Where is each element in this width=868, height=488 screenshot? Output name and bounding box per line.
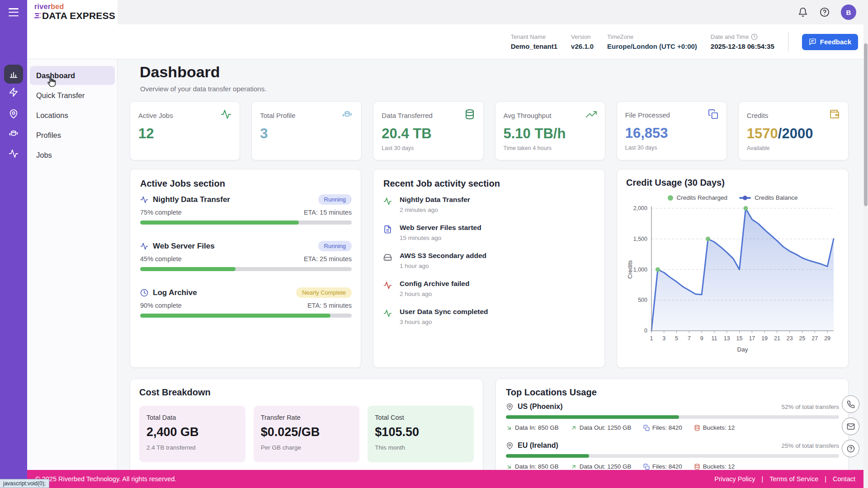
bar-chart-icon — [9, 69, 19, 79]
menu-icon[interactable] — [9, 8, 19, 16]
bucket-icon — [694, 464, 700, 470]
arrow-up-right-icon — [571, 464, 577, 470]
rail-quick-transfer-icon[interactable] — [4, 83, 23, 102]
stat-card-avg-throughput: Avg Throughput 5.10 TB/h Time taken 4 ho… — [495, 101, 605, 160]
icon-rail — [0, 0, 27, 488]
job-row-web-server-files: Web Server Files Running 45% completeETA… — [140, 241, 352, 271]
help-circle-icon — [847, 445, 855, 453]
svg-text:23: 23 — [787, 335, 793, 342]
scrollbar-track[interactable] — [863, 0, 868, 488]
job-row-nightly-data-transfer: Nightly Data Transfer Running 75% comple… — [140, 194, 352, 225]
svg-text:25: 25 — [799, 335, 806, 342]
feedback-button[interactable]: Feedback — [802, 34, 858, 50]
svg-text:21: 21 — [774, 335, 780, 342]
svg-text:11: 11 — [711, 335, 717, 342]
scrollbar-thumb[interactable] — [864, 43, 868, 206]
rail-locations-icon[interactable] — [4, 104, 23, 123]
stats-row: Active Jobs 12 Total Profile 3 Data Tran… — [130, 101, 849, 160]
sidebar-item-locations[interactable]: Locations — [30, 106, 115, 125]
sidebar-item-dashboard[interactable]: Dashboard — [30, 66, 115, 85]
tenant-info: Tenant Name Demo_tenant1 — [511, 33, 557, 50]
arrow-up-right-icon — [571, 425, 577, 431]
activity-item: Nightly Data Transfer2 minutes ago — [383, 196, 470, 213]
recent-activity-panel: Recent Job activity section Nightly Data… — [373, 169, 605, 368]
timezone-info: TimeZone Europe/London (UTC +0:00) — [607, 33, 697, 50]
rail-profiles-icon[interactable] — [4, 124, 23, 143]
svg-text:0: 0 — [644, 328, 647, 334]
active-jobs-title: Active Jobs section — [140, 178, 351, 189]
brand-data-express: DATA EXPRESS — [42, 10, 115, 21]
status-badge: Nearly Complete — [296, 287, 352, 298]
location-usage-bar — [506, 454, 839, 458]
sidebar-item-jobs[interactable]: Jobs — [30, 145, 115, 164]
active-jobs-panel: Active Jobs section Nightly Data Transfe… — [130, 169, 361, 368]
cost-tile-total-data: Total Data 2,400 GB 2.4 TB transferred — [139, 406, 245, 462]
activity-icon — [140, 196, 148, 204]
contact-link[interactable]: Contact — [833, 475, 855, 483]
recharged-legend-marker — [668, 195, 673, 201]
privacy-policy-link[interactable]: Privacy Policy — [714, 475, 755, 483]
activity-icon — [383, 197, 392, 213]
version-info: Version v26.1.0 — [571, 33, 594, 50]
files-icon — [643, 425, 650, 431]
page-title: Dashboard — [140, 63, 220, 81]
stat-value: 16,853 — [625, 125, 718, 141]
datetime-value: 2025-12-18 06:54:35 — [711, 42, 774, 50]
location-row-us-phoenix: US (Phoenix) 52% of total transfers Data… — [506, 403, 839, 431]
database-icon — [464, 109, 475, 122]
top-bar: riverbed DATA EXPRESS B — [27, 0, 868, 24]
stat-value: 20.4 TB — [382, 126, 475, 142]
version-label: Version — [571, 33, 594, 40]
sidebar: Dashboard Quick Transfer Locations Profi… — [27, 59, 118, 470]
svg-text:500: 500 — [638, 297, 647, 303]
activity-icon — [383, 281, 392, 297]
svg-text:1,000: 1,000 — [633, 267, 647, 273]
stat-value: 5.10 TB/h — [504, 126, 597, 142]
datetime-info: Date and Time 2025-12-18 06:54:35 — [711, 33, 774, 50]
phone-fab-button[interactable] — [842, 395, 859, 413]
svg-text:1: 1 — [650, 335, 653, 342]
page-subtitle: Overview of your data transfer operation… — [140, 85, 266, 93]
stat-card-total-profile: Total Profile 3 — [251, 101, 362, 160]
wallet-icon — [829, 109, 840, 122]
stat-card-active-jobs: Active Jobs 12 — [130, 101, 240, 160]
svg-text:1,500: 1,500 — [633, 236, 647, 242]
help-fab-button[interactable] — [842, 440, 859, 457]
svg-text:Credits: Credits — [627, 260, 633, 279]
chart-legend: Credits Recharged Credits Balance — [626, 194, 839, 201]
user-avatar[interactable]: B — [841, 5, 856, 20]
browser-status-bar: javascript:void(0); — [0, 479, 49, 488]
brand-logo[interactable]: riverbed DATA EXPRESS — [27, 0, 118, 24]
mail-fab-button[interactable] — [842, 418, 859, 435]
svg-text:3: 3 — [662, 335, 665, 342]
location-row-eu-ireland: EU (Ireland) 25% of total transfers Data… — [506, 441, 839, 470]
cost-tile-transfer-rate: Transfer Rate $0.025/GB Per GB charge — [254, 406, 360, 462]
stat-card-credits: Credits 1570/2000 Available — [738, 101, 849, 160]
terms-of-service-link[interactable]: Terms of Service — [769, 475, 818, 483]
timezone-label: TimeZone — [607, 33, 697, 40]
sidebar-item-profiles[interactable]: Profiles — [30, 126, 115, 145]
rail-jobs-icon[interactable] — [4, 144, 23, 163]
hard-drive-icon — [383, 253, 392, 269]
svg-text:15: 15 — [736, 335, 743, 342]
app-screen: riverbed DATA EXPRESS B Tenant Name Demo… — [0, 0, 868, 488]
copyright-text: © 2025 Riverbed Technology. All rights r… — [35, 475, 176, 483]
activity-item: Web Server Files started15 minutes ago — [383, 224, 481, 241]
timezone-value: Europe/London (UTC +0:00) — [607, 42, 697, 50]
sidebar-item-quick-transfer[interactable]: Quick Transfer — [30, 86, 115, 105]
help-button[interactable] — [819, 7, 830, 18]
progress-bar — [140, 221, 352, 225]
files-icon — [708, 109, 718, 121]
phone-icon — [847, 400, 855, 408]
map-pin-icon — [9, 109, 19, 119]
rail-dashboard-icon[interactable] — [4, 65, 23, 84]
svg-text:19: 19 — [761, 335, 768, 342]
location-usage-bar — [506, 415, 839, 419]
files-icon — [643, 464, 650, 470]
activity-icon — [140, 242, 148, 250]
clock-icon — [140, 289, 148, 297]
arrow-down-right-icon — [506, 464, 512, 470]
notifications-button[interactable] — [797, 7, 808, 18]
trending-up-icon — [586, 109, 597, 122]
credit-usage-title: Credit Usage (30 Days) — [626, 178, 839, 188]
